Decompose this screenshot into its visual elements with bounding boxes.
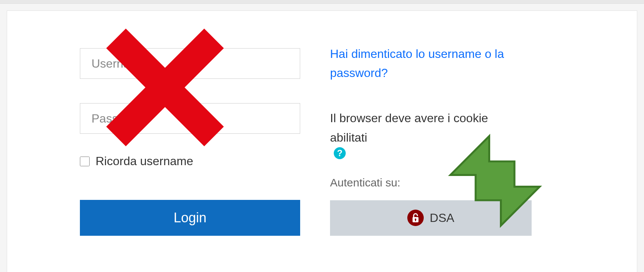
login-panel: Username Password Ricorda username Login… (7, 10, 637, 272)
cookie-notice-text: Il browser deve avere i cookie abilitati (330, 109, 524, 147)
top-bar (0, 0, 644, 4)
authenticate-on-label: Autenticati su: (330, 176, 524, 189)
login-button[interactable]: Login (80, 200, 300, 236)
dsa-auth-label: DSA (430, 211, 454, 225)
help-icon[interactable]: ? (334, 147, 346, 159)
remember-username-checkbox-row[interactable]: Ricorda username (80, 154, 300, 168)
svg-rect-2 (415, 219, 416, 221)
login-side-info: Hai dimenticato lo username o la passwor… (330, 44, 524, 272)
unlock-icon (407, 210, 424, 226)
remember-username-checkbox[interactable] (80, 157, 90, 166)
password-input[interactable]: Password (80, 103, 300, 134)
dsa-auth-button[interactable]: DSA (330, 200, 532, 236)
remember-username-label: Ricorda username (96, 154, 193, 168)
login-form: Username Password Ricorda username Login (80, 44, 300, 272)
username-input[interactable]: Username (80, 48, 300, 79)
forgot-credentials-link[interactable]: Hai dimenticato lo username o la passwor… (330, 44, 524, 83)
cookie-notice: Il browser deve avere i cookie abilitati… (330, 109, 524, 161)
